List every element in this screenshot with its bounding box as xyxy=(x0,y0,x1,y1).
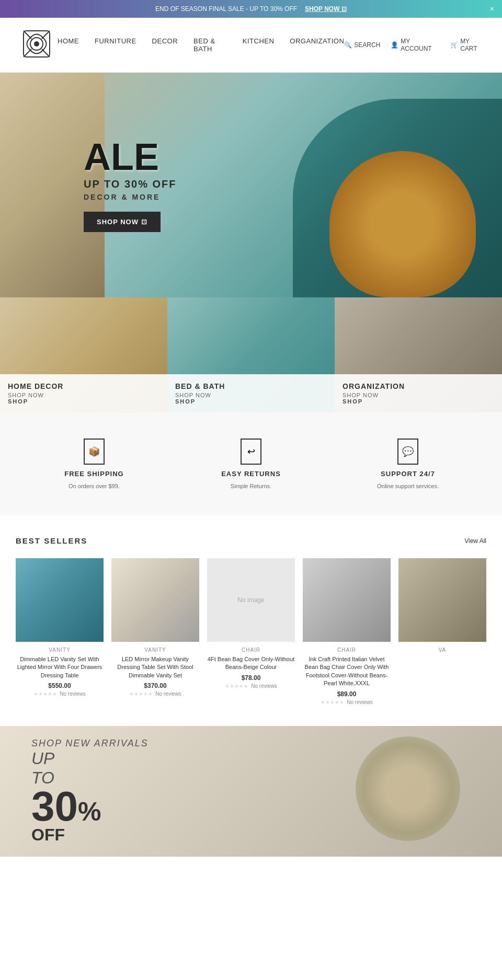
banner-text: END OF SEASON FINAL SALE - UP TO 30% OFF xyxy=(155,5,297,13)
product-category-1: VANITY xyxy=(16,647,104,653)
hero-sale-text: ALE xyxy=(84,138,177,176)
feature-returns: ↩ EASY RETURNS Simple Returns. xyxy=(173,439,329,489)
search-button[interactable]: 🔍 SEARCH xyxy=(344,38,380,52)
nav-bed-bath[interactable]: BED & BATH xyxy=(193,37,227,53)
view-all-link[interactable]: View All xyxy=(464,537,486,545)
support-desc: Online support services. xyxy=(377,483,439,489)
product-card-5[interactable]: VA xyxy=(398,558,486,705)
product-card-2[interactable]: VANITY LED Mirror Makeup Vanity Dressing… xyxy=(111,558,199,705)
new-arrivals-percent-symbol: % xyxy=(78,800,101,824)
hero-subtitle: DECOR & MORE xyxy=(84,193,177,201)
cart-button[interactable]: 🛒 MY CART xyxy=(450,38,486,52)
stars-2: ★★★★★ xyxy=(129,691,153,697)
svg-line-6 xyxy=(42,49,50,57)
svg-line-5 xyxy=(24,49,31,57)
best-sellers-title: BEST SELLERS xyxy=(16,536,87,545)
returns-desc: Simple Returns. xyxy=(231,483,271,489)
best-sellers-section: BEST SELLERS View All VANITY Dimmable LE… xyxy=(0,515,502,726)
nav-organization[interactable]: ORGANIZATION xyxy=(290,37,344,53)
category-title-1: HOME DECOR xyxy=(8,382,159,390)
svg-point-2 xyxy=(34,41,39,47)
new-arrivals-content: SHOP NEW ARRIVALS UP TO 30 % OFF xyxy=(31,738,149,845)
stars-4: ★★★★★ xyxy=(321,699,344,705)
new-arrivals-banner: SHOP NEW ARRIVALS UP TO 30 % OFF xyxy=(0,726,502,857)
header-actions: 🔍 SEARCH 👤 MY ACCOUNT 🛒 MY CART xyxy=(344,38,486,52)
logo[interactable] xyxy=(16,23,58,67)
new-arrivals-label: SHOP NEW ARRIVALS xyxy=(31,738,149,749)
nav-home[interactable]: HOME xyxy=(58,37,79,53)
support-title: SUPPORT 24/7 xyxy=(381,470,435,478)
category-home-decor[interactable]: HOME DECOR SHOP NOW SHOP xyxy=(0,297,167,412)
product-image-1 xyxy=(16,558,104,642)
category-overlay-1: HOME DECOR SHOP NOW SHOP xyxy=(0,374,167,412)
review-count-3: No reviews xyxy=(251,683,277,689)
product-image-5 xyxy=(398,558,486,642)
nav-kitchen[interactable]: KITCHEN xyxy=(243,37,275,53)
new-arrivals-decor xyxy=(356,736,460,841)
product-image-2 xyxy=(111,558,199,642)
product-card-3[interactable]: No image CHAIR 4Ft Bean Bag Cover Only-W… xyxy=(207,558,295,705)
nav-decor[interactable]: DECOR xyxy=(152,37,178,53)
category-bed-bath[interactable]: BED & BATH SHOP NOW SHOP xyxy=(167,297,335,412)
product-name-4: Ink Craft Printed Italian Velvet Bean Ba… xyxy=(303,655,391,688)
svg-line-3 xyxy=(24,31,31,39)
product-rating-4: ★★★★★ No reviews xyxy=(303,699,391,705)
section-header: BEST SELLERS View All xyxy=(16,536,486,545)
category-shop-3: SHOP NOW xyxy=(343,392,494,398)
category-grid: HOME DECOR SHOP NOW SHOP BED & BATH SHOP… xyxy=(0,297,502,412)
new-arrivals-percent: 30 xyxy=(31,788,78,825)
stars-1: ★★★★★ xyxy=(33,691,57,697)
hero-banner: ALE UP TO 30% OFF DECOR & MORE SHOP NOW … xyxy=(0,73,502,297)
category-shop-btn-3[interactable]: SHOP xyxy=(343,398,494,405)
product-price-4: $89.00 xyxy=(303,690,391,698)
product-card-1[interactable]: VANITY Dimmable LED Vanity Set With Ligh… xyxy=(16,558,104,705)
product-price-2: $370.00 xyxy=(111,682,199,689)
close-icon[interactable]: × xyxy=(490,5,494,13)
nav-furniture[interactable]: FURNITURE xyxy=(95,37,136,53)
category-title-2: BED & BATH xyxy=(175,382,327,390)
features-section: 📦 FREE SHIPPING On orders over $99. ↩ EA… xyxy=(0,412,502,515)
header: HOME FURNITURE DECOR BED & BATH KITCHEN … xyxy=(0,18,502,73)
product-card-4[interactable]: CHAIR Ink Craft Printed Italian Velvet B… xyxy=(303,558,391,705)
products-grid: VANITY Dimmable LED Vanity Set With Ligh… xyxy=(16,558,486,705)
product-category-4: CHAIR xyxy=(303,647,391,653)
product-price-1: $550.00 xyxy=(16,682,104,689)
category-shop-2: SHOP NOW xyxy=(175,392,327,398)
category-shop-1: SHOP NOW xyxy=(8,392,159,398)
shipping-desc: On orders over $99. xyxy=(69,483,120,489)
category-organization[interactable]: ORGANIZATION SHOP NOW SHOP xyxy=(335,297,502,412)
stars-3: ★★★★★ xyxy=(225,683,248,689)
main-nav: HOME FURNITURE DECOR BED & BATH KITCHEN … xyxy=(58,37,344,53)
account-button[interactable]: 👤 MY ACCOUNT xyxy=(391,38,440,52)
feature-shipping: 📦 FREE SHIPPING On orders over $99. xyxy=(16,439,173,489)
review-count-2: No reviews xyxy=(155,691,181,697)
banner-shop-link[interactable]: SHOP NOW ⊡ xyxy=(305,5,347,13)
category-shop-btn-1[interactable]: SHOP xyxy=(8,398,159,405)
product-rating-2: ★★★★★ No reviews xyxy=(111,691,199,697)
product-image-4 xyxy=(303,558,391,642)
product-category-3: CHAIR xyxy=(207,647,295,653)
shipping-title: FREE SHIPPING xyxy=(64,470,123,478)
review-count-4: No reviews xyxy=(347,699,372,705)
category-shop-btn-2[interactable]: SHOP xyxy=(175,398,327,405)
product-rating-3: ★★★★★ No reviews xyxy=(207,683,295,689)
product-image-3: No image xyxy=(207,558,295,642)
hero-shop-button[interactable]: SHOP NOW ⊡ xyxy=(84,212,161,232)
product-price-3: $78.00 xyxy=(207,674,295,682)
search-icon: 🔍 xyxy=(344,41,352,49)
product-category-2: VANITY xyxy=(111,647,199,653)
support-icon: 💬 xyxy=(397,439,418,465)
feature-support: 💬 SUPPORT 24/7 Online support services. xyxy=(329,439,486,489)
product-name-2: LED Mirror Makeup Vanity Dressing Table … xyxy=(111,655,199,679)
cart-icon: 🛒 xyxy=(450,41,458,49)
product-category-5: VA xyxy=(398,647,486,653)
category-overlay-3: ORGANIZATION SHOP NOW SHOP xyxy=(335,374,502,412)
hero-dog-image xyxy=(329,151,476,297)
returns-icon: ↩ xyxy=(241,439,261,465)
svg-line-4 xyxy=(42,31,50,39)
returns-title: EASY RETURNS xyxy=(221,470,281,478)
hero-content: ALE UP TO 30% OFF DECOR & MORE SHOP NOW … xyxy=(0,138,177,232)
product-name-3: 4Ft Bean Bag Cover Only-Without Beans-Be… xyxy=(207,655,295,672)
category-overlay-2: BED & BATH SHOP NOW SHOP xyxy=(167,374,335,412)
product-name-1: Dimmable LED Vanity Set With Lighted Mir… xyxy=(16,655,104,679)
